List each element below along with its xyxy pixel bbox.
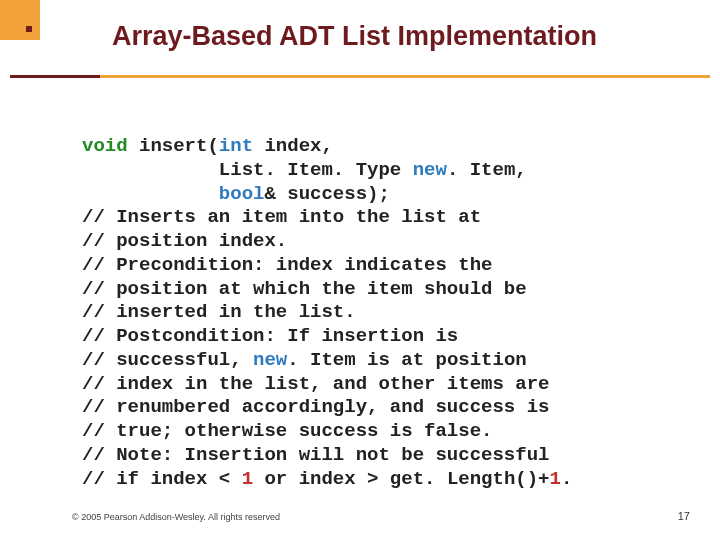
- copyright-footer: © 2005 Pearson Addison-Wesley. All right…: [72, 512, 280, 522]
- code-text: List. Item. Type: [219, 159, 413, 181]
- keyword-bool: bool: [219, 183, 265, 205]
- accent-dot: [26, 26, 32, 32]
- literal-number: 1: [550, 468, 561, 490]
- accent-rule-orange: [100, 75, 710, 78]
- accent-rule-dark: [10, 75, 100, 78]
- keyword-new: new: [413, 159, 447, 181]
- code-text: index,: [253, 135, 333, 157]
- comment-line: // renumbered accordingly, and success i…: [82, 396, 549, 418]
- keyword-new: new: [253, 349, 287, 371]
- comment-line: // index in the list, and other items ar…: [82, 373, 549, 395]
- comment-line: // true; otherwise success is false.: [82, 420, 492, 442]
- comment-line: // position at which the item should be: [82, 278, 527, 300]
- page-title: Array-Based ADT List Implementation: [112, 22, 700, 52]
- comment-line: or index > get. Length()+: [253, 468, 549, 490]
- comment-line: // Postcondition: If insertion is: [82, 325, 458, 347]
- code-text: . Item,: [447, 159, 527, 181]
- literal-number: 1: [242, 468, 253, 490]
- code-text: & success);: [264, 183, 389, 205]
- comment-line: .: [561, 468, 572, 490]
- comment-line: // successful,: [82, 349, 253, 371]
- comment-line: // position index.: [82, 230, 287, 252]
- keyword-void: void: [82, 135, 128, 157]
- page-number: 17: [678, 510, 690, 522]
- code-indent: [82, 183, 219, 205]
- code-indent: [82, 159, 219, 181]
- comment-line: // Precondition: index indicates the: [82, 254, 492, 276]
- accent-square: [0, 0, 40, 40]
- comment-line: // Inserts an item into the list at: [82, 206, 481, 228]
- comment-line: // inserted in the list.: [82, 301, 356, 323]
- slide: Array-Based ADT List Implementation void…: [0, 0, 720, 540]
- comment-line: // Note: Insertion will not be successfu…: [82, 444, 549, 466]
- code-text: insert(: [128, 135, 219, 157]
- comment-line: // if index <: [82, 468, 242, 490]
- comment-line: . Item is at position: [287, 349, 526, 371]
- keyword-int: int: [219, 135, 253, 157]
- code-block: void insert(int index, List. Item. Type …: [82, 135, 680, 491]
